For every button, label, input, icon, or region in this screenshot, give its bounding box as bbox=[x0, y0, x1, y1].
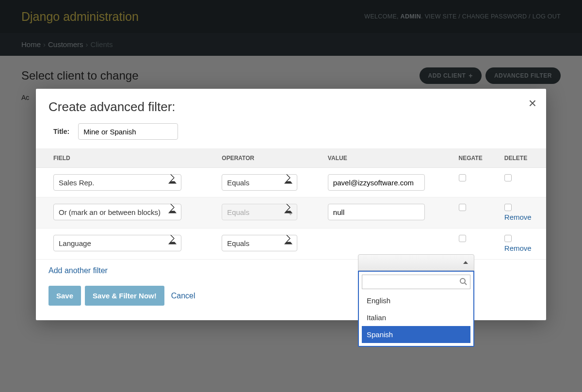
delete-checkbox[interactable] bbox=[504, 235, 512, 242]
field-select-wrap: Or (mark an or between blocks) bbox=[53, 204, 181, 220]
value-input[interactable] bbox=[328, 204, 425, 220]
svg-point-0 bbox=[460, 278, 465, 283]
field-select-wrap: Sales Rep. bbox=[53, 174, 181, 191]
col-field: FIELD bbox=[36, 149, 214, 168]
col-operator: OPERATOR bbox=[214, 149, 320, 168]
value-input[interactable] bbox=[328, 174, 425, 191]
combobox-panel: English Italian Spanish bbox=[358, 271, 474, 347]
operator-select-wrap: Equals bbox=[222, 174, 297, 191]
delete-checkbox[interactable] bbox=[504, 204, 512, 211]
combobox-option[interactable]: Italian bbox=[362, 309, 470, 326]
save-and-filter-button[interactable]: Save & Filter Now! bbox=[85, 286, 164, 306]
negate-checkbox[interactable] bbox=[459, 204, 466, 211]
col-value: VALUE bbox=[320, 149, 451, 168]
title-label: Title: bbox=[53, 128, 69, 135]
combobox-option[interactable]: Spanish bbox=[362, 326, 470, 343]
operator-select[interactable]: Equals bbox=[222, 235, 297, 251]
field-select[interactable]: Language bbox=[53, 235, 181, 251]
cancel-link[interactable]: Cancel bbox=[171, 292, 195, 300]
remove-link[interactable]: Remove bbox=[504, 244, 532, 252]
operator-select: Equals bbox=[222, 204, 297, 220]
value-combobox: English Italian Spanish bbox=[358, 254, 474, 347]
filter-row: Sales Rep. Equals bbox=[36, 168, 546, 197]
col-delete: DELETE bbox=[497, 149, 546, 168]
negate-checkbox[interactable] bbox=[459, 235, 466, 242]
col-negate: NEGATE bbox=[451, 149, 497, 168]
combobox-search-input[interactable] bbox=[362, 275, 470, 289]
save-button[interactable]: Save bbox=[48, 286, 81, 306]
operator-select-wrap: Equals bbox=[222, 235, 297, 251]
filter-table: FIELD OPERATOR VALUE NEGATE DELETE Sales… bbox=[36, 149, 546, 260]
delete-checkbox[interactable] bbox=[504, 174, 512, 181]
filter-row: Or (mark an or between blocks) Equals bbox=[36, 197, 546, 229]
field-select[interactable]: Or (mark an or between blocks) bbox=[53, 204, 181, 220]
svg-line-1 bbox=[465, 283, 467, 285]
negate-checkbox[interactable] bbox=[459, 174, 466, 181]
combobox-option[interactable]: English bbox=[362, 292, 470, 309]
filter-title-input[interactable] bbox=[78, 123, 178, 140]
remove-link[interactable]: Remove bbox=[504, 213, 532, 221]
combobox-toggle[interactable] bbox=[358, 254, 474, 271]
field-select-wrap: Language bbox=[53, 235, 181, 251]
operator-select-wrap: Equals bbox=[222, 204, 297, 220]
title-row: Title: bbox=[36, 123, 546, 149]
operator-select[interactable]: Equals bbox=[222, 174, 297, 191]
search-icon bbox=[459, 278, 467, 285]
combobox-search bbox=[362, 275, 470, 289]
close-icon[interactable]: × bbox=[529, 97, 536, 110]
field-select[interactable]: Sales Rep. bbox=[53, 174, 181, 191]
modal-title: Create advanced filter: bbox=[36, 99, 546, 123]
